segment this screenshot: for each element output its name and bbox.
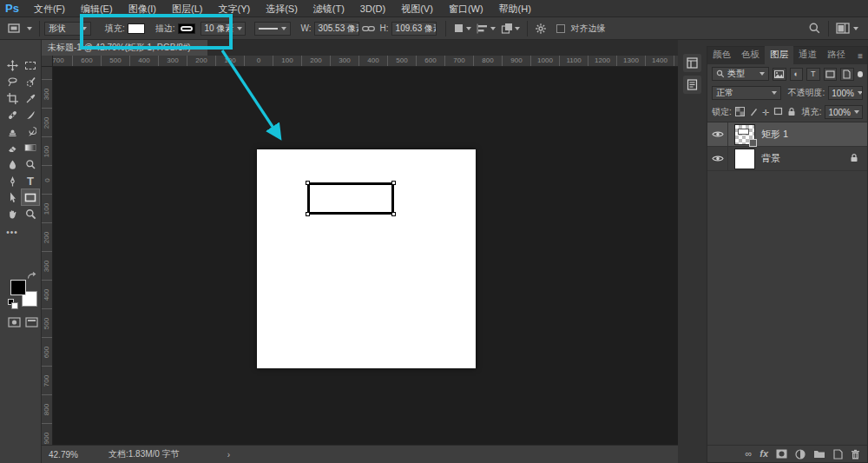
- collapsed-panel-history-icon[interactable]: [683, 54, 701, 72]
- crop-tool[interactable]: [3, 90, 21, 106]
- canvas-area[interactable]: 7006005004003002001000100200300400500600…: [42, 56, 678, 445]
- zoom-tool[interactable]: [22, 206, 39, 222]
- fill-color-swatch[interactable]: [128, 23, 145, 34]
- new-layer-icon[interactable]: [833, 449, 843, 460]
- stroke-color-swatch[interactable]: [178, 23, 195, 34]
- status-chevron-icon[interactable]: ›: [227, 450, 230, 460]
- clone-stamp-tool[interactable]: [3, 123, 21, 139]
- tab-swatches[interactable]: 色板: [736, 46, 765, 64]
- dodge-tool[interactable]: [22, 156, 39, 172]
- adjustment-layer-icon[interactable]: [795, 449, 806, 460]
- menu-item[interactable]: 文字(Y): [210, 0, 258, 17]
- layer-row-rectangle[interactable]: 矩形 1: [707, 122, 867, 147]
- anchor-handle[interactable]: [391, 212, 396, 216]
- lasso-tool[interactable]: [3, 74, 21, 89]
- tool-mode-select[interactable]: 形状: [44, 22, 91, 36]
- tab-layers[interactable]: 图层: [765, 46, 793, 64]
- blur-tool[interactable]: [3, 156, 21, 172]
- lock-image-pixels-icon[interactable]: [749, 107, 758, 118]
- align-edges-control[interactable]: 对齐边缘: [556, 23, 608, 35]
- filter-type-layers-icon[interactable]: T: [806, 68, 820, 81]
- anchor-handle[interactable]: [391, 181, 396, 185]
- visibility-eye-icon[interactable]: [707, 147, 728, 170]
- anchor-handle[interactable]: [306, 212, 310, 216]
- stroke-style-select[interactable]: [254, 22, 291, 36]
- menu-item[interactable]: 视图(V): [393, 0, 441, 17]
- menu-item[interactable]: 选择(S): [258, 0, 306, 17]
- eyedropper-tool[interactable]: [22, 90, 39, 106]
- edit-toolbar-ellipsis-icon[interactable]: •••: [3, 224, 21, 240]
- menu-item[interactable]: 帮助(H): [491, 0, 539, 17]
- filter-toggle-icon[interactable]: [858, 71, 863, 77]
- layer-name[interactable]: 矩形 1: [761, 128, 788, 141]
- lock-transparent-pixels-icon[interactable]: [735, 107, 745, 118]
- brush-tool[interactable]: [22, 107, 39, 122]
- gradient-tool[interactable]: [22, 140, 39, 155]
- layer-thumbnail[interactable]: [734, 124, 755, 145]
- anchor-handle[interactable]: [306, 181, 310, 185]
- ruler-vertical[interactable]: 3002001000100200300400500600700800900100…: [42, 67, 53, 445]
- height-field[interactable]: 109.63 像素: [391, 22, 437, 36]
- rectangle-shape[interactable]: [307, 182, 394, 215]
- filter-pixel-layers-icon[interactable]: [773, 68, 786, 81]
- path-alignment-icon[interactable]: [474, 20, 498, 37]
- tab-paths[interactable]: 路径: [822, 46, 851, 64]
- lock-artboard-icon[interactable]: [773, 107, 783, 117]
- visibility-eye-icon[interactable]: [707, 122, 728, 146]
- menu-item[interactable]: 编辑(E): [73, 0, 121, 17]
- stroke-width-field[interactable]: 10 像素: [201, 22, 246, 36]
- lock-position-icon[interactable]: ✛: [762, 108, 769, 117]
- move-tool[interactable]: [3, 57, 21, 73]
- gear-icon[interactable]: [532, 20, 549, 37]
- filter-shape-layers-icon[interactable]: [824, 68, 838, 81]
- zoom-level-field[interactable]: 42.79%: [42, 450, 89, 460]
- pen-tool[interactable]: [3, 173, 21, 189]
- layer-row-background[interactable]: 背景: [707, 147, 867, 171]
- ruler-horizontal[interactable]: 7006005004003002001000100200300400500600…: [42, 56, 678, 67]
- tab-close-icon[interactable]: ×: [197, 43, 201, 52]
- document-canvas[interactable]: [257, 149, 476, 368]
- tab-color[interactable]: 颜色: [707, 46, 736, 64]
- swap-colors-icon[interactable]: [27, 272, 36, 282]
- path-operations-icon[interactable]: [450, 20, 474, 37]
- delete-layer-trash-icon[interactable]: [851, 449, 860, 460]
- menu-item[interactable]: 3D(D): [352, 0, 393, 17]
- quick-mask-icon[interactable]: [5, 314, 23, 330]
- align-edges-checkbox[interactable]: [556, 24, 565, 33]
- type-tool[interactable]: T: [22, 173, 39, 189]
- path-selection-tool[interactable]: [3, 189, 21, 205]
- link-dimensions-icon[interactable]: [359, 20, 378, 37]
- eraser-tool[interactable]: [3, 140, 21, 155]
- rectangular-marquee-tool[interactable]: [22, 57, 39, 73]
- menu-item[interactable]: 滤镜(T): [306, 0, 352, 17]
- width-field[interactable]: 305.53 像素: [314, 22, 359, 36]
- screen-mode-icon[interactable]: [23, 314, 40, 330]
- rectangle-tool-selected[interactable]: [22, 189, 39, 205]
- default-colors-icon[interactable]: [8, 299, 14, 305]
- search-icon[interactable]: [806, 20, 824, 37]
- layer-name[interactable]: 背景: [761, 152, 780, 165]
- blend-mode-select[interactable]: 正常: [712, 86, 781, 100]
- link-layers-icon[interactable]: ∞: [745, 449, 752, 459]
- spot-healing-brush-tool[interactable]: [3, 107, 21, 122]
- layer-thumbnail[interactable]: [734, 149, 755, 169]
- tool-preset-icon[interactable]: [5, 20, 35, 37]
- filter-smart-objects-icon[interactable]: [840, 68, 854, 81]
- fill-opacity-field[interactable]: 100%: [825, 105, 863, 119]
- path-arrangement-icon[interactable]: [498, 20, 523, 37]
- history-brush-tool[interactable]: [22, 123, 39, 139]
- menu-item[interactable]: 窗口(W): [441, 0, 491, 17]
- menu-item[interactable]: 图像(I): [121, 0, 164, 17]
- filter-adjustment-layers-icon[interactable]: ◐: [790, 68, 804, 81]
- workspace-switcher-icon[interactable]: [833, 20, 861, 37]
- lock-all-icon[interactable]: [787, 107, 796, 118]
- menu-item[interactable]: 图层(L): [164, 0, 210, 17]
- quick-selection-tool[interactable]: [22, 74, 39, 89]
- foreground-color-swatch[interactable]: [10, 280, 26, 295]
- layer-style-fx-icon[interactable]: fx: [760, 449, 768, 459]
- add-layer-mask-icon[interactable]: [776, 449, 787, 459]
- document-tab[interactable]: 未标题-1 @ 42.79%(矩形 1, RGB/8#) ×: [42, 40, 207, 56]
- panel-menu-icon[interactable]: ≡: [853, 51, 867, 64]
- new-group-folder-icon[interactable]: [813, 449, 825, 459]
- opacity-field[interactable]: 100%: [828, 86, 863, 100]
